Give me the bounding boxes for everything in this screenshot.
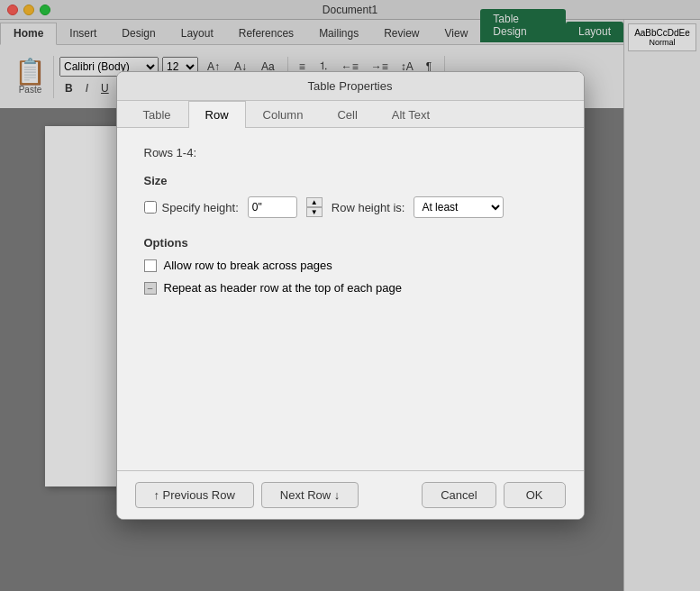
repeat-header-label: Repeat as header row at the top of each … [164,281,403,295]
height-down-btn[interactable]: ▼ [306,207,323,217]
height-spinner: ▲ ▼ [306,197,323,217]
repeat-header-checkbox[interactable]: – [144,282,157,295]
tab-cell[interactable]: Cell [320,101,374,128]
tab-column[interactable]: Column [246,101,321,128]
options-section-label: Options [144,236,557,250]
ok-button[interactable]: OK [504,482,566,508]
repeat-header-row: – Repeat as header row at the top of eac… [144,281,557,295]
modal-overlay: Table Properties Table Row Column Cell A… [0,0,700,591]
height-is-select[interactable]: At least Exactly [414,196,504,218]
dialog-body: Rows 1-4: Size Specify height: ▲ ▼ Row h… [117,128,584,470]
action-buttons: Cancel OK [422,482,565,508]
allow-break-label: Allow row to break across pages [164,259,332,272]
next-row-button[interactable]: Next Row ↓ [261,482,359,508]
dialog-title: Table Properties [117,72,584,101]
height-up-btn[interactable]: ▲ [306,197,323,207]
rows-label: Rows 1-4: [144,146,557,159]
specify-height-label: Specify height: [144,201,239,214]
tab-table[interactable]: Table [126,101,188,128]
previous-row-button[interactable]: ↑ Previous Row [135,482,254,508]
nav-buttons: ↑ Previous Row Next Row ↓ [135,482,359,508]
height-is-label: Row height is: [332,201,405,214]
options-section: Options Allow row to break across pages … [144,236,557,295]
cancel-button[interactable]: Cancel [422,482,495,508]
tab-row[interactable]: Row [188,101,246,128]
dialog-footer: ↑ Previous Row Next Row ↓ Cancel OK [117,470,584,519]
height-input[interactable] [248,196,297,218]
allow-break-row: Allow row to break across pages [144,259,557,272]
dialog-tabs: Table Row Column Cell Alt Text [117,101,584,128]
table-properties-dialog: Table Properties Table Row Column Cell A… [116,71,585,520]
allow-break-checkbox[interactable] [144,259,157,272]
size-section-label: Size [144,174,557,187]
size-row: Specify height: ▲ ▼ Row height is: At le… [144,196,557,218]
tab-alt-text[interactable]: Alt Text [375,101,447,128]
specify-height-checkbox[interactable] [144,201,157,214]
